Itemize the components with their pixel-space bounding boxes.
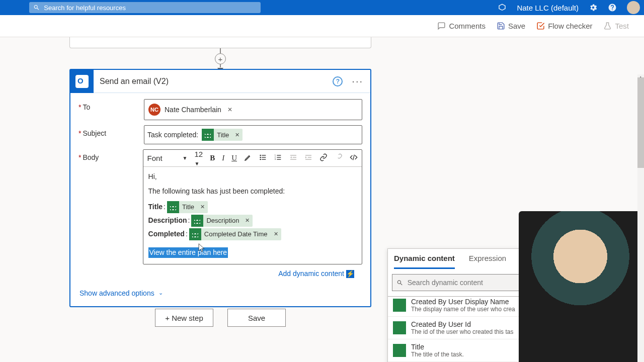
svg-point-2	[260, 157, 261, 158]
new-step-button[interactable]: + New step	[155, 309, 213, 327]
remove-token-button[interactable]: ✕	[197, 203, 208, 211]
svg-point-0	[260, 155, 261, 156]
svg-rect-16	[308, 157, 311, 157]
environments-icon[interactable]	[498, 3, 507, 12]
flow-checker-icon	[536, 22, 545, 30]
action-help-icon[interactable]: ?	[333, 76, 343, 86]
link-button[interactable]	[319, 153, 328, 163]
dc-item-title[interactable]: TitleThe title of the task.	[388, 339, 533, 362]
dc-item-created-by-user-id[interactable]: Created By User IdThe id of the user who…	[388, 317, 533, 339]
body-title-token: Title✕	[167, 201, 208, 213]
svg-rect-3	[262, 157, 266, 157]
show-advanced-options[interactable]: Show advanced options⌄	[78, 289, 362, 297]
dc-item-created-by-display-name[interactable]: Created By User Display NameThe display …	[388, 298, 533, 317]
command-bar: Comments Save Flow checker Test	[0, 15, 644, 37]
planner-icon	[393, 321, 406, 334]
test-label: Test	[615, 22, 629, 30]
body-label: *Body	[78, 149, 143, 161]
insert-step-button[interactable]: +	[215, 53, 226, 64]
font-size-selector[interactable]: 12 ▼	[194, 150, 203, 167]
svg-rect-6	[277, 155, 281, 155]
planner-icon	[202, 129, 214, 141]
environment-name[interactable]: Nate LLC (default)	[517, 4, 579, 12]
indent-button[interactable]	[304, 153, 312, 163]
recipient-chip: NC Nate Chamberlain ✕	[147, 103, 236, 117]
bold-button[interactable]: B	[210, 154, 215, 162]
font-selector[interactable]: Font▼	[147, 154, 188, 162]
body-completed-token: Completed Date Time✕	[189, 228, 281, 240]
body-greeting: Hi,	[148, 172, 357, 182]
italic-button[interactable]: I	[222, 154, 224, 162]
token-label: Title	[214, 131, 232, 139]
tab-expression[interactable]: Expression	[469, 254, 506, 269]
planner-icon	[393, 299, 406, 312]
svg-text:3: 3	[275, 158, 276, 160]
dynamic-content-search-input[interactable]	[408, 279, 524, 287]
send-email-action-card: Send an email (V2) ? ··· *To NC Nate Cha…	[69, 69, 371, 307]
test-icon	[603, 22, 612, 30]
action-title: Send an email (V2)	[100, 77, 169, 86]
svg-rect-1	[262, 155, 266, 155]
save-command[interactable]: Save	[497, 22, 525, 30]
flow-checker-label: Flow checker	[548, 22, 592, 30]
body-intro: The following task has just been complet…	[148, 187, 357, 196]
global-search-input[interactable]	[44, 4, 257, 12]
subject-label: *Subject	[78, 125, 144, 137]
tab-dynamic-content[interactable]: Dynamic content	[394, 254, 455, 269]
outdent-button[interactable]	[289, 153, 297, 163]
test-button[interactable]: Test	[603, 22, 629, 30]
step-connector: +	[69, 48, 371, 72]
search-icon	[33, 4, 40, 11]
subject-field[interactable]: Task completed: Title ✕	[144, 125, 362, 144]
user-avatar[interactable]	[627, 1, 640, 14]
flow-checker-button[interactable]: Flow checker	[536, 22, 592, 30]
previous-step-card[interactable]	[69, 37, 371, 48]
save-button[interactable]: Save	[227, 309, 286, 327]
underline-button[interactable]: U	[231, 154, 237, 162]
save-icon	[497, 22, 505, 30]
presenter-webcam-overlay	[519, 211, 642, 362]
add-dynamic-content-link[interactable]: Add dynamic content⚡	[78, 269, 354, 278]
svg-rect-14	[290, 159, 296, 159]
settings-icon[interactable]	[589, 3, 598, 12]
action-more-menu[interactable]: ···	[352, 75, 363, 87]
flow-canvas: + Send an email (V2) ? ··· *To NC Nate C…	[0, 37, 644, 362]
to-field[interactable]: NC Nate Chamberlain ✕	[144, 99, 362, 120]
comment-icon	[437, 22, 446, 30]
body-content[interactable]: Hi, The following task has just been com…	[143, 167, 362, 264]
global-search[interactable]	[29, 2, 261, 13]
numbered-list-button[interactable]: 123	[274, 153, 282, 163]
mouse-cursor-icon	[198, 243, 206, 253]
planner-icon	[393, 344, 406, 357]
chevron-down-icon: ⌄	[158, 290, 163, 296]
remove-token-button[interactable]: ✕	[232, 132, 243, 138]
search-icon	[396, 279, 404, 287]
svg-rect-5	[262, 159, 266, 159]
remove-recipient-button[interactable]: ✕	[225, 106, 234, 113]
code-view-button[interactable]	[350, 153, 358, 163]
remove-token-button[interactable]: ✕	[271, 230, 281, 238]
outlook-icon	[70, 70, 94, 93]
app-header: Nate LLC (default)	[0, 0, 644, 15]
unlink-button[interactable]	[335, 153, 343, 163]
action-card-header[interactable]: Send an email (V2) ? ···	[70, 70, 370, 93]
subject-title-token: Title ✕	[202, 129, 243, 141]
planner-icon	[191, 215, 203, 227]
help-icon[interactable]	[608, 3, 617, 12]
bullet-list-button[interactable]	[259, 153, 267, 163]
to-label: *To	[78, 99, 144, 111]
planner-icon	[167, 201, 179, 213]
scroll-thumb[interactable]	[637, 77, 644, 168]
svg-rect-17	[305, 159, 311, 159]
highlight-button[interactable]	[244, 153, 252, 163]
body-description-token: Description✕	[191, 215, 253, 227]
svg-rect-7	[277, 157, 281, 157]
body-editor[interactable]: Font▼ 12 ▼ B I U 123	[143, 149, 362, 264]
svg-rect-8	[277, 159, 281, 159]
remove-token-button[interactable]: ✕	[242, 217, 253, 224]
dynamic-content-search[interactable]	[392, 274, 529, 291]
svg-rect-12	[290, 155, 296, 155]
body-plan-link[interactable]: View the entire plan here	[148, 247, 228, 258]
comments-button[interactable]: Comments	[437, 22, 486, 30]
dynamic-content-panel: Dynamic content Expression Created By Us…	[387, 248, 533, 362]
